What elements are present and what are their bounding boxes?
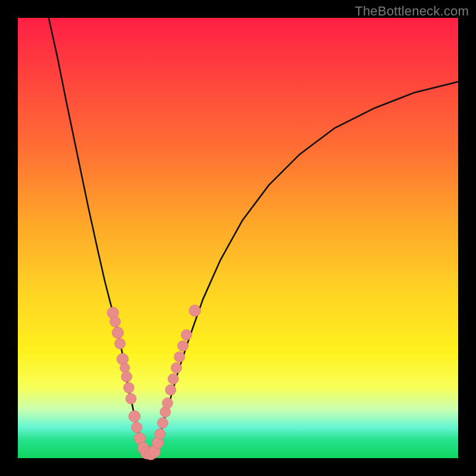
data-marker — [131, 422, 142, 433]
data-marker — [171, 362, 182, 373]
data-marker — [165, 384, 176, 395]
marker-group — [107, 305, 201, 459]
data-marker — [117, 353, 129, 365]
watermark-text: TheBottleneck.com — [355, 4, 469, 19]
chart-svg — [18, 18, 458, 458]
data-marker — [158, 418, 168, 428]
data-marker — [189, 305, 201, 316]
data-marker — [181, 330, 192, 340]
data-marker — [121, 371, 132, 382]
data-marker — [174, 352, 185, 362]
data-marker — [115, 339, 126, 349]
data-marker — [168, 374, 178, 384]
data-marker — [129, 411, 140, 422]
data-marker — [112, 327, 123, 338]
data-marker — [120, 363, 130, 372]
curve-group — [49, 18, 458, 454]
data-marker — [162, 398, 173, 409]
data-marker — [126, 393, 136, 404]
data-marker — [155, 428, 165, 439]
data-marker — [124, 383, 134, 393]
chart-frame: TheBottleneck.com — [0, 0, 476, 476]
data-marker — [178, 340, 189, 351]
data-marker — [110, 317, 121, 327]
plot-area — [18, 18, 458, 458]
curve-right-branch — [154, 82, 458, 452]
